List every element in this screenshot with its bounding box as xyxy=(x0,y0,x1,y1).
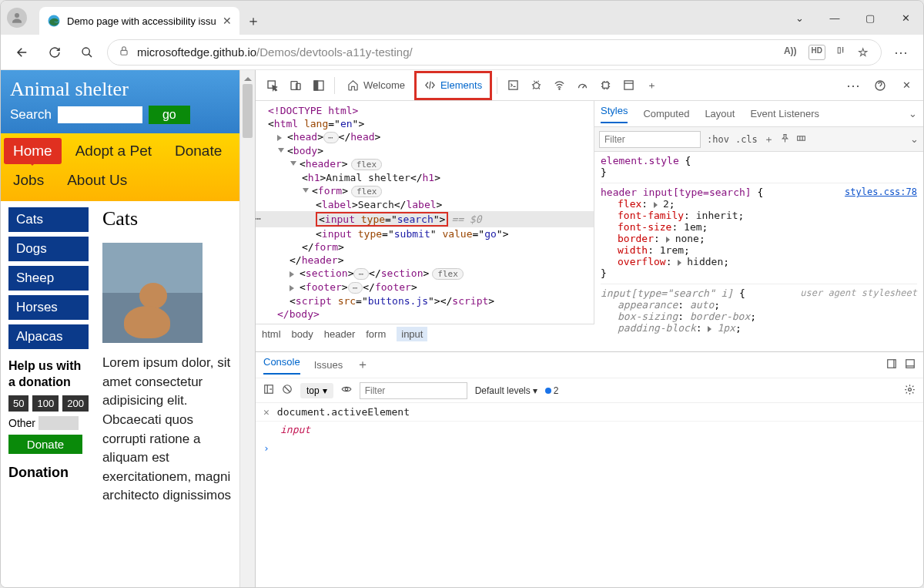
browser-tab[interactable]: Demo page with accessibility issu ✕ xyxy=(39,7,239,35)
nav-jobs[interactable]: Jobs xyxy=(4,167,53,193)
application-icon[interactable] xyxy=(618,75,639,96)
svg-rect-9 xyxy=(509,81,517,89)
styles-body[interactable]: element.style {} styles.css:78 header in… xyxy=(594,152,923,351)
more-tabs-icon[interactable]: ＋ xyxy=(641,75,662,96)
other-input[interactable] xyxy=(38,416,79,430)
page-scrollbar[interactable] xyxy=(239,70,255,587)
console-filter-input[interactable] xyxy=(360,382,467,399)
console-settings-icon[interactable] xyxy=(904,384,916,398)
page-title: Animal shelter xyxy=(10,78,230,101)
tab-elements[interactable]: Elements xyxy=(414,71,492,100)
drawer-expand-icon[interactable] xyxy=(905,358,916,371)
chip-100[interactable]: 100 xyxy=(32,395,59,412)
svg-rect-16 xyxy=(888,360,896,368)
svg-point-2 xyxy=(82,48,89,55)
stylesheet-link[interactable]: styles.css:78 xyxy=(845,186,917,197)
network-icon[interactable] xyxy=(548,75,570,96)
live-expression-icon[interactable] xyxy=(341,384,352,397)
flexbox-icon[interactable] xyxy=(796,133,806,146)
hd-icon[interactable]: HD xyxy=(808,45,825,60)
browser-menu-button[interactable]: ⋯ xyxy=(889,40,914,65)
console-prompt[interactable]: › xyxy=(256,438,923,459)
url-box[interactable]: microsoftedge.github.io/Demos/devtools-a… xyxy=(107,39,882,66)
nav-donate[interactable]: Donate xyxy=(166,138,231,164)
nav-home[interactable]: Home xyxy=(4,138,62,164)
tab-welcome[interactable]: Welcome xyxy=(340,71,413,100)
chevron-down-icon[interactable]: ⌄ xyxy=(782,1,817,35)
nav-adopt[interactable]: Adopt a Pet xyxy=(66,138,161,164)
inspect-icon[interactable] xyxy=(262,75,283,96)
search-input[interactable] xyxy=(58,106,142,123)
sidebar-horses[interactable]: Horses xyxy=(8,295,89,320)
close-tab-icon[interactable]: ✕ xyxy=(223,15,232,27)
crumb-html[interactable]: html xyxy=(262,328,281,340)
donate-button[interactable]: Donate xyxy=(8,435,82,454)
new-tab-button[interactable]: ＋ xyxy=(239,7,267,35)
console-sidebar-icon[interactable] xyxy=(263,384,274,397)
favorite-icon[interactable]: ☆ xyxy=(855,45,870,60)
back-button[interactable] xyxy=(10,40,35,65)
article: Cats Lorem ipsum dolor, sit amet consect… xyxy=(102,207,232,506)
reader-icon[interactable]: ▯⁞ xyxy=(835,45,846,60)
chip-50[interactable]: 50 xyxy=(8,395,28,412)
other-amount-row: Other xyxy=(8,416,89,430)
crumb-input[interactable]: input xyxy=(397,327,427,341)
issues-count[interactable]: 2 xyxy=(545,385,559,396)
crumb-header[interactable]: header xyxy=(324,328,355,340)
log-levels[interactable]: Default levels ▾ xyxy=(475,385,537,396)
console-body[interactable]: ✕ document.activeElement input › xyxy=(256,403,923,587)
console-tab[interactable]: Console xyxy=(263,356,300,375)
console-result: input xyxy=(256,422,923,438)
clear-console-icon[interactable] xyxy=(282,384,293,397)
close-window-button[interactable]: ✕ xyxy=(888,1,923,35)
new-rule-icon[interactable]: ＋ xyxy=(764,133,774,146)
styles-tab-events[interactable]: Event Listeners xyxy=(750,108,819,119)
dismiss-icon[interactable]: ✕ xyxy=(263,406,270,418)
styles-more-icon[interactable]: ⌄ xyxy=(909,108,917,119)
sidebar-cats[interactable]: Cats xyxy=(8,207,89,232)
window-controls: ⌄ — ▢ ✕ xyxy=(782,1,923,35)
hov-toggle[interactable]: :hov xyxy=(707,134,729,145)
performance-icon[interactable] xyxy=(571,75,593,96)
address-bar: microsoftedge.github.io/Demos/devtools-a… xyxy=(1,35,923,70)
device-icon[interactable] xyxy=(285,75,306,96)
sidebar-sheep[interactable]: Sheep xyxy=(8,266,89,291)
styles-chevron-icon[interactable]: ⌄ xyxy=(910,133,919,145)
styles-tab-styles[interactable]: Styles xyxy=(601,105,628,123)
read-aloud-icon[interactable]: A)) xyxy=(782,45,799,60)
issues-tab[interactable]: Issues xyxy=(314,359,343,371)
dom-tree[interactable]: <!DOCTYPE html> <html lang="en"> <head>⋯… xyxy=(256,101,594,324)
help-icon[interactable] xyxy=(869,75,891,96)
toggle-console-icon[interactable] xyxy=(502,75,524,96)
drawer-add-icon[interactable]: ＋ xyxy=(357,357,369,373)
demo-page: Animal shelter Search go Home Adopt a Pe… xyxy=(1,70,239,587)
devtools-menu-icon[interactable]: ⋯ xyxy=(843,75,865,96)
refresh-button[interactable] xyxy=(42,40,67,65)
close-devtools-icon[interactable]: ✕ xyxy=(896,75,917,96)
drawer-dock-icon[interactable] xyxy=(886,358,897,371)
maximize-button[interactable]: ▢ xyxy=(852,1,888,35)
styles-tab-layout[interactable]: Layout xyxy=(705,108,735,119)
svg-rect-13 xyxy=(624,81,633,89)
svg-point-11 xyxy=(559,89,560,89)
nav-about[interactable]: About Us xyxy=(58,167,136,193)
search-button[interactable] xyxy=(75,40,99,65)
dock-icon[interactable] xyxy=(308,75,330,96)
cls-toggle[interactable]: .cls xyxy=(735,134,758,145)
memory-icon[interactable] xyxy=(594,75,616,96)
svg-rect-17 xyxy=(906,360,915,368)
context-selector[interactable]: top ▾ xyxy=(300,383,333,398)
crumb-form[interactable]: form xyxy=(366,328,386,340)
sidebar-alpacas[interactable]: Alpacas xyxy=(8,324,89,349)
styles-filter-input[interactable] xyxy=(599,131,701,148)
minimize-button[interactable]: — xyxy=(817,1,852,35)
pin-icon[interactable] xyxy=(780,133,790,146)
dom-breadcrumbs: html body header form input xyxy=(256,324,594,344)
go-button[interactable]: go xyxy=(149,106,190,124)
crumb-body[interactable]: body xyxy=(292,328,313,340)
bug-icon[interactable] xyxy=(525,75,547,96)
styles-tab-computed[interactable]: Computed xyxy=(643,108,689,119)
sidebar-dogs[interactable]: Dogs xyxy=(8,237,89,261)
chip-200[interactable]: 200 xyxy=(62,395,89,412)
profile-avatar[interactable] xyxy=(7,8,27,28)
